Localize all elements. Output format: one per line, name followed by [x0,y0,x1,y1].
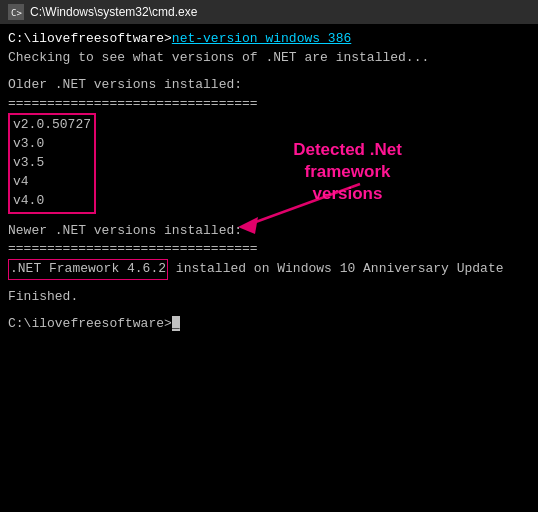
title-bar: C> C:\Windows\system32\cmd.exe [0,0,538,24]
version-1: v2.0.50727 [13,116,91,135]
terminal-body[interactable]: C:\ilovefreesoftware>net-version windows… [0,24,538,512]
cmd-line-sep2: ================================ [8,240,530,259]
cmd-line-checking: Checking to see what versions of .NET ar… [8,49,530,68]
cmd-line-prompt: C:\ilovefreesoftware>_ [8,315,530,334]
cmd-window: C> C:\Windows\system32\cmd.exe C:\ilovef… [0,0,538,512]
svg-text:C>: C> [11,8,22,18]
annotation-text: Detected .Netframeworkversions [275,139,420,205]
cmd-line-1: C:\ilovefreesoftware>net-version windows… [8,30,530,49]
cmd-line-framework: .NET Framework 4.6.2 installed on Window… [8,259,530,280]
cmd-line-older-header: Older .NET versions installed: [8,76,530,95]
cmd-line-sep1: ================================ [8,95,530,114]
cmd-line-finished: Finished. [8,288,530,307]
version-5: v4.0 [13,192,91,211]
version-4: v4 [13,173,91,192]
older-versions-box: v2.0.50727 v3.0 v3.5 v4 v4.0 [8,113,96,213]
title-bar-text: C:\Windows\system32\cmd.exe [30,5,197,19]
cmd-line-newer-header: Newer .NET versions installed: [8,222,530,241]
framework-version-box: .NET Framework 4.6.2 [8,259,168,280]
version-3: v3.5 [13,154,91,173]
version-2: v3.0 [13,135,91,154]
cmd-icon: C> [8,4,24,20]
